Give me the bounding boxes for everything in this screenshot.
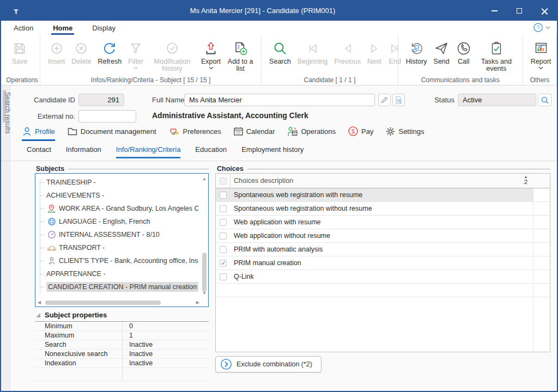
vertical-scrollbar-thumb[interactable] <box>202 253 207 292</box>
status-search-button[interactable] <box>538 94 551 106</box>
checkbox-checked-icon[interactable] <box>220 260 227 267</box>
save-button[interactable]: Save <box>9 38 31 66</box>
subjects-tree: TRAINEESHIP - ACHIEVEMENTS - WORK AREA -… <box>35 173 209 307</box>
menu-display[interactable]: Display <box>90 21 117 35</box>
previous-button[interactable]: Previous <box>331 38 364 66</box>
horizontal-scrollbar-thumb[interactable] <box>45 301 161 305</box>
edit-name-button[interactable] <box>378 94 391 106</box>
search-icon <box>272 39 288 58</box>
tab-settings[interactable]: Settings <box>385 126 424 141</box>
filter-icon <box>129 39 143 58</box>
full-name-field[interactable]: Ms Anita Mercier <box>184 94 375 106</box>
menu-home[interactable]: Home <box>51 21 74 35</box>
minimize-button[interactable] <box>482 1 507 21</box>
person-icon <box>22 126 32 137</box>
next-button[interactable]: Next <box>364 38 385 66</box>
window-title: Ms Anita Mercier [291] - Candidate (PRIM… <box>56 1 470 21</box>
tab-preferences[interactable]: Preferences <box>168 126 221 141</box>
choices-row[interactable]: Spontaneous web registration without res… <box>216 202 550 216</box>
scroll-down-icon[interactable]: ▼ <box>202 291 207 296</box>
choices-row[interactable]: PRIM manual creation <box>216 256 550 270</box>
choices-header-row[interactable]: Choices description ▲ 2 <box>216 174 550 188</box>
choices-row[interactable]: Web application with resume <box>216 216 550 229</box>
help-button[interactable]: ? <box>533 22 550 33</box>
history-button[interactable]: History <box>403 38 430 66</box>
magnifier-icon <box>541 96 549 105</box>
content-area: Search results Candidate ID 291 Full Nam… <box>1 85 557 391</box>
tree-item-candidate-creation[interactable]: CANDIDATE CREATION - PRIM manual creatio… <box>35 280 198 293</box>
checkbox-unchecked-icon[interactable] <box>220 205 227 212</box>
tab-calendar[interactable]: Calendar <box>233 126 275 141</box>
name-details-button[interactable] <box>392 94 405 106</box>
maximize-button[interactable] <box>507 1 532 21</box>
checkbox-unchecked-icon[interactable] <box>220 232 227 240</box>
export-icon <box>204 39 218 58</box>
checkbox-unchecked-icon[interactable] <box>220 273 227 280</box>
subtab-education[interactable]: Education <box>195 145 227 158</box>
tree-item-language[interactable]: LANGUAGE - English, French <box>35 215 198 228</box>
refresh-button[interactable]: Refresh <box>94 38 125 66</box>
delete-button[interactable]: Delete <box>68 38 94 66</box>
location-pin-icon <box>46 204 57 213</box>
tree-item-appartenance[interactable]: APPARTENANCE - <box>35 267 198 280</box>
tree-item-traineeship[interactable]: TRAINEESHIP - <box>35 176 198 189</box>
status-field[interactable]: Active <box>458 94 536 106</box>
tree-item-internal-assessment[interactable]: INTERNAL ASSESSMENT - 8/10 <box>35 228 198 241</box>
subject-properties-header[interactable]: Subject properties <box>36 311 107 319</box>
report-button[interactable]: Report <box>527 38 555 71</box>
go-previous-icon <box>341 39 355 58</box>
tasks-events-button[interactable]: Tasks and events <box>475 38 518 74</box>
scroll-left-icon[interactable]: ◀ <box>38 300 41 305</box>
candidate-id-field[interactable]: 291 <box>78 94 124 106</box>
external-no-label: External no. <box>22 112 75 120</box>
call-button[interactable]: Call <box>453 38 475 66</box>
add-to-list-button[interactable]: Add to a list <box>224 38 257 74</box>
tab-pay[interactable]: $ Pay <box>348 126 373 141</box>
external-no-field[interactable] <box>78 110 136 122</box>
choices-row[interactable]: Spontaneous web registration with resume <box>216 188 550 202</box>
tree-item-transport[interactable]: TRANSPORT - <box>35 241 198 254</box>
minimize-icon <box>492 10 498 11</box>
tree-item-clients-type[interactable]: ? CLIENT'S TYPE - Bank, Accounting offic… <box>35 254 198 267</box>
horizontal-scrollbar[interactable]: ◀ ▶ <box>38 299 199 305</box>
checkbox-unchecked-icon[interactable] <box>220 246 227 253</box>
filter-button[interactable]: Filter <box>125 38 147 71</box>
choices-row[interactable]: Q-Link <box>216 270 550 284</box>
scroll-right-icon[interactable]: ▶ <box>196 300 199 305</box>
export-button[interactable]: Export <box>198 38 224 71</box>
history-icon <box>409 39 424 58</box>
checkbox-unchecked-icon[interactable] <box>220 219 227 226</box>
job-title: Administrative Assistant, Accounting Cle… <box>152 111 308 120</box>
header-checkbox[interactable] <box>220 177 227 185</box>
insert-button[interactable]: Insert <box>45 38 68 66</box>
tab-document-management[interactable]: Document management <box>67 126 156 141</box>
profile-tabs: Profile Document management Preferences … <box>22 126 424 141</box>
modification-history-button[interactable]: Modification history <box>147 38 198 74</box>
beginning-button[interactable]: Beginning <box>294 38 331 66</box>
search-button[interactable]: Search <box>266 38 294 66</box>
checkbox-unchecked-icon[interactable] <box>220 192 227 199</box>
dropdown-chevron-icon <box>538 66 543 70</box>
send-button[interactable]: Send <box>430 38 453 66</box>
chevron-down-icon <box>545 26 550 29</box>
subtab-contact[interactable]: Contact <box>27 145 51 158</box>
close-button[interactable] <box>532 1 557 21</box>
tree-item-achievements[interactable]: ACHIEVEMENTS - <box>35 189 198 202</box>
choices-row[interactable]: Web application without resume <box>216 229 550 243</box>
property-row: Minimum 0 <box>35 322 209 331</box>
svg-text:$: $ <box>351 128 355 134</box>
menu-action[interactable]: Action <box>12 21 35 35</box>
choices-row[interactable]: PRIM with automatic analysis <box>216 243 550 256</box>
subtab-employment-history[interactable]: Employment history <box>241 145 304 158</box>
subtab-info-ranking-criteria[interactable]: Info/Ranking/Criteria <box>116 145 181 158</box>
tab-operations[interactable]: Operations <box>287 126 336 141</box>
exclude-combination-button[interactable]: Exclude combination (*2) <box>215 356 322 372</box>
subjects-group-title: Subjects <box>36 165 209 173</box>
choices-column-header[interactable]: Choices description <box>234 177 293 185</box>
subtab-information[interactable]: Information <box>66 145 101 158</box>
scroll-up-icon[interactable]: ▲ <box>202 176 207 181</box>
tree-item-work-area[interactable]: WORK AREA - Grand Sudbury, Los Angeles C… <box>35 202 198 215</box>
search-results-side-tab[interactable]: Search results <box>1 85 10 391</box>
sort-indicator[interactable]: ▲ 2 <box>521 175 530 185</box>
tab-profile[interactable]: Profile <box>22 126 55 141</box>
